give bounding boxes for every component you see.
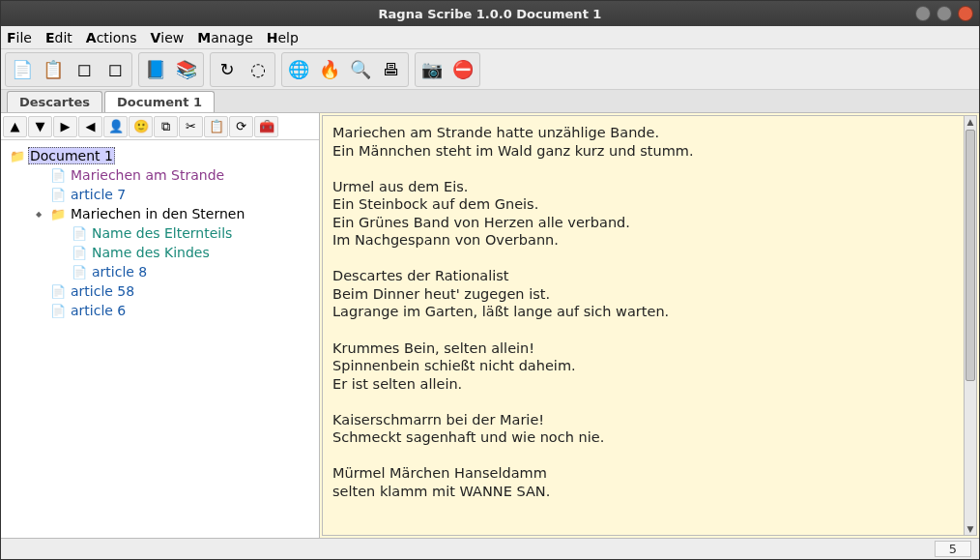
- main-area: ▲▼▶◀👤🙂⧉✂📋⟳🧰 📁Document 1📄Mariechen am Str…: [1, 113, 979, 538]
- books-icon[interactable]: 📚: [172, 55, 201, 84]
- status-value: 5: [935, 541, 971, 557]
- tree-node[interactable]: 📄article 58: [5, 281, 315, 301]
- expand-handle-icon[interactable]: ◆: [30, 210, 47, 219]
- text-editor[interactable]: Mariechen am Strande hatte unzählige Ban…: [322, 115, 977, 536]
- tab-document-1[interactable]: Document 1: [104, 91, 215, 112]
- document-tabs: DescartesDocument 1: [1, 90, 979, 113]
- window-title: Ragna Scribe 1.0.0 Document 1: [0, 7, 980, 21]
- note-icon[interactable]: 📋: [39, 55, 68, 84]
- refresh-icon[interactable]: ↻: [213, 55, 242, 84]
- tree-label[interactable]: Name des Kindes: [90, 245, 212, 260]
- tree-toolbar: ▲▼▶◀👤🙂⧉✂📋⟳🧰: [1, 113, 319, 140]
- tree-node[interactable]: 📄article 8: [5, 262, 315, 281]
- tree-label[interactable]: article 6: [69, 303, 128, 318]
- menu-bar: FileEditActionsViewManageHelp: [1, 26, 979, 49]
- copy-icon[interactable]: ⧉: [154, 116, 178, 137]
- menu-help[interactable]: Help: [267, 30, 299, 45]
- globe-small-icon[interactable]: ◌: [244, 55, 273, 84]
- menu-actions[interactable]: Actions: [86, 30, 137, 45]
- editor-scrollbar[interactable]: ▲ ▼: [964, 115, 977, 536]
- maximize-icon[interactable]: [937, 6, 952, 21]
- tab-descartes[interactable]: Descartes: [7, 91, 102, 112]
- menu-file[interactable]: File: [7, 30, 32, 45]
- tree-label[interactable]: article 7: [69, 187, 128, 202]
- reload-icon[interactable]: ⟳: [229, 116, 253, 137]
- window-titlebar: Ragna Scribe 1.0.0 Document 1: [1, 1, 979, 26]
- paste-icon[interactable]: 📋: [204, 116, 228, 137]
- stop-icon[interactable]: ⛔: [448, 55, 477, 84]
- camera-icon[interactable]: 📷: [418, 55, 447, 84]
- tree-node[interactable]: 📁Document 1: [5, 146, 315, 165]
- new-doc-icon[interactable]: 📄: [8, 55, 37, 84]
- close-icon[interactable]: [958, 6, 973, 21]
- tree-panel: ▲▼▶◀👤🙂⧉✂📋⟳🧰 📁Document 1📄Mariechen am Str…: [1, 113, 320, 538]
- folder-icon: 📁: [9, 149, 26, 163]
- up-icon[interactable]: ▲: [3, 116, 27, 137]
- down-icon[interactable]: ▼: [28, 116, 52, 137]
- scroll-down-icon[interactable]: ▼: [965, 523, 976, 535]
- cut-icon[interactable]: ✂: [179, 116, 203, 137]
- scroll-up-icon[interactable]: ▲: [965, 116, 976, 128]
- tree-node[interactable]: 📄Name des Kindes: [5, 243, 315, 262]
- file-icon: 📄: [71, 246, 88, 260]
- page-fwd-icon[interactable]: ◻: [101, 55, 130, 84]
- user-icon[interactable]: 👤: [103, 116, 128, 137]
- tree-node[interactable]: 📄article 6: [5, 301, 315, 320]
- tree-label[interactable]: Mariechen in den Sternen: [69, 206, 246, 221]
- tree-node[interactable]: 📄Name des Elternteils: [5, 223, 315, 243]
- tree-node[interactable]: 📄Mariechen am Strande: [5, 165, 315, 185]
- file-icon: 📄: [71, 226, 88, 241]
- tree-label[interactable]: article 8: [90, 264, 149, 280]
- right-icon[interactable]: ▶: [53, 116, 77, 137]
- menu-edit[interactable]: Edit: [45, 30, 72, 45]
- tree-node[interactable]: ◆📁Mariechen in den Sternen: [5, 204, 315, 223]
- globe-icon[interactable]: 🌐: [284, 55, 313, 84]
- print-icon[interactable]: 🖶: [377, 55, 406, 84]
- page-back-icon[interactable]: ◻: [70, 55, 99, 84]
- menu-view[interactable]: View: [150, 30, 184, 45]
- document-tree[interactable]: 📁Document 1📄Mariechen am Strande📄article…: [1, 140, 319, 538]
- file-icon: 📄: [71, 265, 88, 280]
- file-icon: 📄: [49, 284, 67, 299]
- file-icon: 📄: [49, 168, 67, 183]
- left-icon[interactable]: ◀: [78, 116, 102, 137]
- minimize-icon[interactable]: [915, 6, 931, 21]
- tree-label[interactable]: Name des Elternteils: [90, 225, 234, 241]
- folder-icon: 📁: [49, 207, 67, 221]
- smiley-icon[interactable]: 🙂: [129, 116, 153, 137]
- tree-label[interactable]: Mariechen am Strande: [69, 167, 226, 183]
- tree-label[interactable]: Document 1: [28, 147, 115, 164]
- menu-manage[interactable]: Manage: [197, 30, 252, 45]
- scroll-thumb[interactable]: [966, 130, 975, 381]
- tree-node[interactable]: 📄article 7: [5, 185, 315, 204]
- fire-icon[interactable]: 🔥: [315, 55, 344, 84]
- editor-panel: Mariechen am Strande hatte unzählige Ban…: [320, 113, 979, 538]
- tree-label[interactable]: article 58: [69, 283, 136, 299]
- book-blue-icon[interactable]: 📘: [141, 55, 170, 84]
- file-icon: 📄: [49, 304, 67, 318]
- search-icon[interactable]: 🔍: [346, 55, 375, 84]
- status-bar: 5: [1, 538, 979, 559]
- main-toolbar: 📄📋◻◻📘📚↻◌🌐🔥🔍🖶📷⛔: [1, 49, 979, 90]
- toolbox-icon[interactable]: 🧰: [254, 116, 278, 137]
- file-icon: 📄: [49, 188, 67, 202]
